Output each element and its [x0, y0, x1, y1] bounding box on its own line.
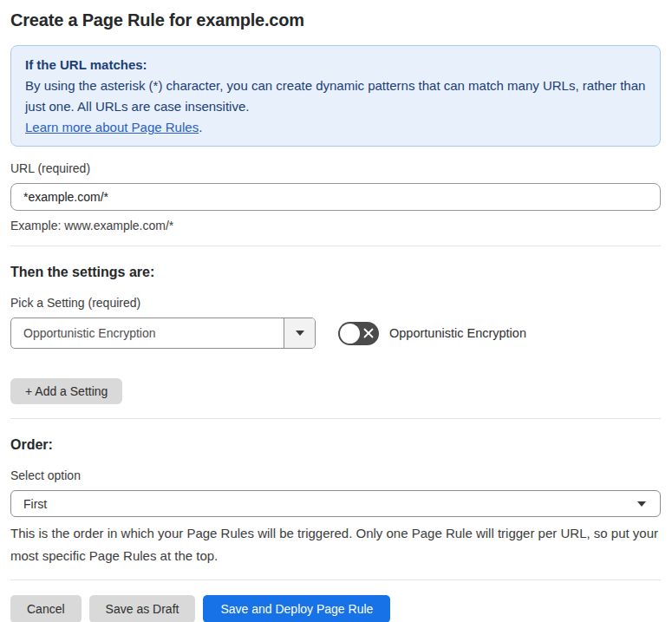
- pick-setting-label: Pick a Setting (required): [10, 295, 661, 311]
- toggle-knob: [340, 324, 360, 344]
- divider: [10, 579, 661, 580]
- order-select-value: First: [23, 497, 47, 511]
- info-box-link-line: Learn more about Page Rules.: [25, 117, 646, 138]
- url-field-label: URL (required): [10, 160, 661, 176]
- order-select-label: Select option: [10, 468, 661, 483]
- chevron-down-icon: [296, 331, 304, 336]
- divider: [10, 418, 661, 419]
- url-match-info-box: If the URL matches: By using the asteris…: [10, 45, 661, 147]
- url-example-helper: Example: www.example.com/*: [10, 218, 661, 233]
- create-page-rule-form: Create a Page Rule for example.com If th…: [0, 0, 672, 622]
- cancel-button[interactable]: Cancel: [10, 595, 82, 622]
- info-box-heading: If the URL matches:: [25, 55, 646, 75]
- x-icon: [363, 328, 374, 338]
- chevron-down-icon: [637, 501, 646, 507]
- setting-row: Opportunistic Encryption Opportunistic E…: [10, 318, 661, 349]
- setting-dropdown[interactable]: Opportunistic Encryption: [10, 318, 316, 349]
- info-box-body: By using the asterisk (*) character, you…: [25, 75, 646, 117]
- setting-dropdown-value: Opportunistic Encryption: [11, 318, 284, 348]
- page-title: Create a Page Rule for example.com: [10, 10, 661, 30]
- toggle-setting-label: Opportunistic Encryption: [389, 326, 526, 340]
- save-as-draft-button[interactable]: Save as Draft: [89, 595, 196, 622]
- add-setting-button[interactable]: + Add a Setting: [10, 378, 122, 404]
- order-select[interactable]: First: [10, 490, 661, 517]
- divider: [10, 246, 661, 246]
- settings-section-heading: Then the settings are:: [10, 264, 661, 281]
- save-and-deploy-button[interactable]: Save and Deploy Page Rule: [203, 595, 390, 622]
- order-helper-text: This is the order in which your Page Rul…: [10, 522, 661, 567]
- order-section-heading: Order:: [10, 436, 661, 454]
- learn-more-link[interactable]: Learn more about Page Rules: [25, 120, 199, 134]
- setting-dropdown-arrow-button[interactable]: [284, 318, 315, 348]
- url-input[interactable]: [10, 183, 661, 211]
- opportunistic-encryption-toggle[interactable]: [338, 322, 379, 345]
- link-suffix: .: [199, 120, 202, 134]
- footer-actions: Cancel Save as Draft Save and Deploy Pag…: [10, 595, 661, 622]
